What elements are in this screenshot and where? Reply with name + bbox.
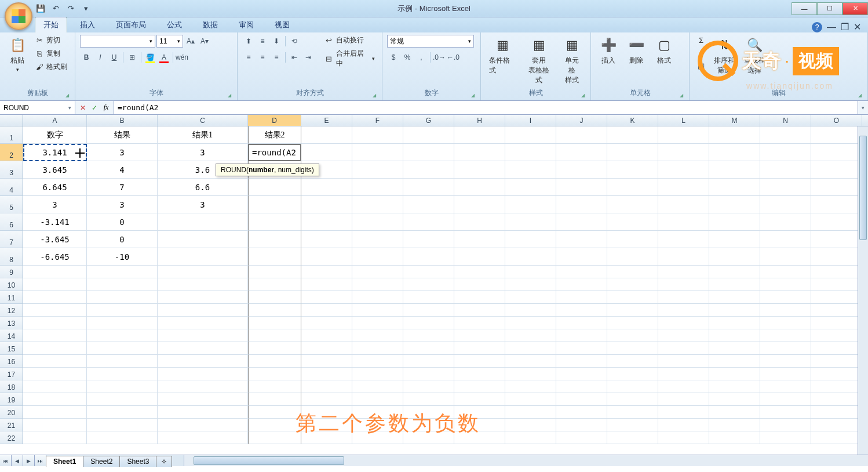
cell[interactable] xyxy=(811,419,862,431)
cell[interactable] xyxy=(760,231,811,248)
cell[interactable] xyxy=(505,406,556,419)
cell[interactable] xyxy=(658,144,709,161)
cell[interactable] xyxy=(709,248,760,266)
comma-button[interactable]: , xyxy=(415,51,428,64)
cell[interactable] xyxy=(760,144,811,161)
cell[interactable] xyxy=(556,431,607,444)
cell[interactable] xyxy=(352,329,403,342)
cell[interactable] xyxy=(403,266,454,278)
cell[interactable] xyxy=(709,196,760,213)
cell[interactable] xyxy=(607,126,658,144)
redo-icon[interactable]: ↷ xyxy=(65,3,76,14)
sheet-nav-first[interactable]: ⏮ xyxy=(0,455,12,466)
cell[interactable] xyxy=(658,329,709,342)
new-sheet-button[interactable]: ✧ xyxy=(156,456,172,467)
cell[interactable] xyxy=(505,126,556,144)
cell[interactable] xyxy=(505,368,556,380)
cell[interactable] xyxy=(403,304,454,317)
cell[interactable]: 3 xyxy=(87,144,158,161)
cell[interactable] xyxy=(301,266,352,278)
cell[interactable]: 3.645 xyxy=(23,161,87,179)
cell[interactable]: 数字 xyxy=(23,126,87,144)
cell[interactable] xyxy=(607,278,658,291)
cell[interactable] xyxy=(248,304,301,317)
cell[interactable] xyxy=(760,431,811,444)
cell[interactable] xyxy=(454,266,505,278)
cell[interactable] xyxy=(760,213,811,231)
cell[interactable] xyxy=(607,406,658,419)
cell[interactable] xyxy=(23,291,87,304)
row-header[interactable]: 2 xyxy=(0,144,23,161)
cell[interactable] xyxy=(352,368,403,380)
cell[interactable] xyxy=(709,179,760,196)
cell[interactable] xyxy=(607,419,658,431)
cell[interactable] xyxy=(248,419,301,431)
cell[interactable] xyxy=(658,161,709,179)
cell[interactable] xyxy=(352,196,403,213)
close-button[interactable]: ✕ xyxy=(843,2,868,15)
cell[interactable] xyxy=(23,368,87,380)
cell[interactable] xyxy=(248,342,301,355)
vertical-scrollbar[interactable] xyxy=(858,126,868,455)
cell[interactable] xyxy=(23,266,87,278)
row-header[interactable]: 3 xyxy=(0,161,23,179)
cell[interactable] xyxy=(87,406,158,419)
tab-page-layout[interactable]: 页面布局 xyxy=(108,17,154,32)
grow-font-button[interactable]: A▴ xyxy=(184,35,197,48)
cell[interactable] xyxy=(454,368,505,380)
cell[interactable] xyxy=(505,248,556,266)
cell[interactable] xyxy=(301,291,352,304)
cell[interactable] xyxy=(658,355,709,368)
cell[interactable] xyxy=(454,278,505,291)
cell[interactable]: 3 xyxy=(158,196,248,213)
cell[interactable]: -6.645 xyxy=(23,248,87,266)
format-as-table-button[interactable]: ▦套用 表格格式 xyxy=(522,35,556,86)
row-header[interactable]: 8 xyxy=(0,248,23,266)
cell[interactable] xyxy=(556,266,607,278)
column-header[interactable]: N xyxy=(760,115,811,126)
cell[interactable]: -3.645 xyxy=(23,231,87,248)
phonetic-button[interactable]: wén xyxy=(176,51,188,64)
cell[interactable] xyxy=(760,304,811,317)
cell[interactable] xyxy=(301,342,352,355)
cell[interactable] xyxy=(811,291,862,304)
cell[interactable]: 3.141 xyxy=(23,144,87,161)
cell[interactable] xyxy=(811,317,862,329)
cell-styles-button[interactable]: ▦单元格 样式 xyxy=(559,35,586,86)
row-header[interactable]: 16 xyxy=(0,355,23,368)
paste-button[interactable]: 📋 粘贴▾ xyxy=(5,35,30,74)
cell[interactable] xyxy=(403,248,454,266)
cell[interactable] xyxy=(811,126,862,144)
cell[interactable] xyxy=(352,317,403,329)
cell[interactable] xyxy=(301,368,352,380)
cell[interactable] xyxy=(607,213,658,231)
cell[interactable] xyxy=(352,304,403,317)
font-size-combo[interactable]: 11▾ xyxy=(156,35,183,48)
cell[interactable] xyxy=(658,266,709,278)
cell[interactable] xyxy=(505,380,556,393)
row-header[interactable]: 19 xyxy=(0,393,23,406)
cell[interactable] xyxy=(301,329,352,342)
cell[interactable] xyxy=(158,213,248,231)
row-header[interactable]: 13 xyxy=(0,317,23,329)
cell[interactable] xyxy=(760,291,811,304)
cell[interactable] xyxy=(709,213,760,231)
sheet-tab[interactable]: Sheet3 xyxy=(119,456,156,467)
cell[interactable] xyxy=(301,304,352,317)
underline-button[interactable]: U xyxy=(108,51,121,64)
cell[interactable] xyxy=(658,431,709,444)
cell[interactable]: -10 xyxy=(87,248,158,266)
cell[interactable] xyxy=(811,368,862,380)
cell[interactable] xyxy=(556,355,607,368)
font-name-combo[interactable]: ▾ xyxy=(80,35,155,48)
sheet-nav-last[interactable]: ⏭ xyxy=(35,455,46,466)
cell[interactable] xyxy=(607,393,658,406)
cell[interactable] xyxy=(301,380,352,393)
conditional-format-button[interactable]: ▦条件格式 xyxy=(486,35,520,77)
cell[interactable] xyxy=(352,248,403,266)
cell[interactable] xyxy=(505,196,556,213)
cell[interactable] xyxy=(454,126,505,144)
cell[interactable] xyxy=(352,266,403,278)
cell[interactable] xyxy=(352,393,403,406)
cell[interactable] xyxy=(556,342,607,355)
